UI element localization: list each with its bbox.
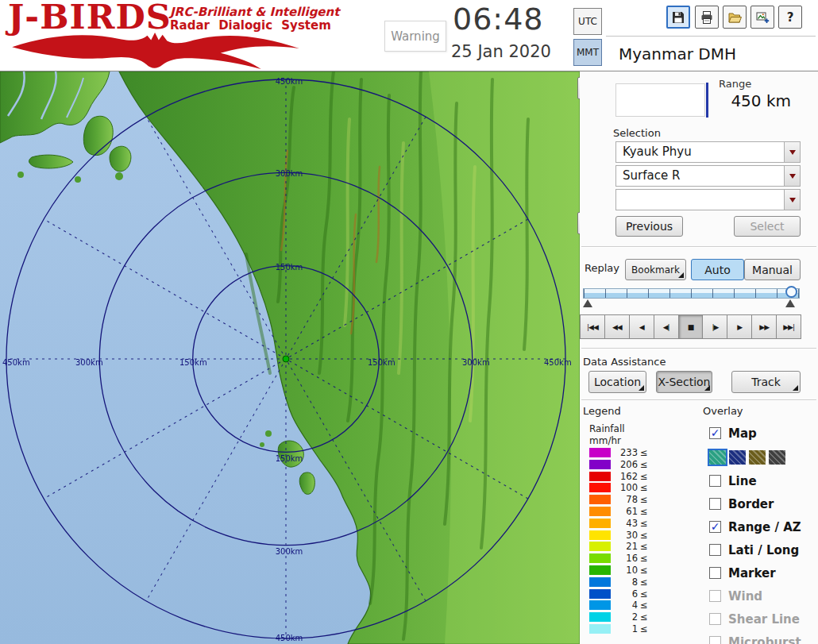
- map-style-swatch-3[interactable]: [769, 450, 785, 465]
- overlay-item-border[interactable]: Border: [709, 492, 816, 515]
- ring-label-left-0: 450km: [2, 358, 30, 367]
- legend-row: 233≤: [589, 448, 648, 457]
- legend-lte-sign: ≤: [640, 459, 648, 470]
- help-button[interactable]: ?: [778, 6, 802, 29]
- legend-value: 61: [615, 506, 638, 517]
- station-name: Myanmar DMH: [619, 44, 736, 64]
- help-icon: ?: [787, 10, 794, 25]
- checkbox[interactable]: ✓: [709, 427, 721, 439]
- ring-label-top-1: 300km: [276, 169, 303, 178]
- legend-lte-sign: ≤: [640, 611, 648, 623]
- radar-map: 450km300km150km150km300km450km450km300km…: [0, 71, 580, 644]
- bookmark-button[interactable]: Bookmark: [625, 259, 686, 280]
- chevron-down-icon: [789, 174, 796, 179]
- utc-button[interactable]: UTC: [573, 8, 602, 35]
- manual-button[interactable]: Manual: [744, 259, 801, 280]
- playback-button-6[interactable]: ▶: [727, 314, 752, 339]
- legend-color-swatch: [589, 542, 611, 551]
- ring-label-right-0: 150km: [368, 358, 395, 367]
- checkbox[interactable]: [709, 475, 721, 487]
- legend-color-swatch: [589, 483, 611, 492]
- site-dropdown[interactable]: Kyauk Phyu: [615, 141, 801, 163]
- legend-row: 10≤: [589, 565, 648, 575]
- overlay-item-marker[interactable]: Marker: [709, 561, 816, 584]
- product-dropdown[interactable]: Surface R: [615, 165, 801, 187]
- timeline-thumb[interactable]: [785, 286, 797, 298]
- auto-button[interactable]: Auto: [691, 259, 744, 280]
- legend-row: 16≤: [589, 553, 648, 563]
- playback-button-7[interactable]: ▶▶: [751, 314, 777, 339]
- overlay-checkbox-list: ✓MapLineBorder✓Range / AZLati / LongMark…: [709, 422, 816, 644]
- overlay-item-label: Microburst: [728, 635, 801, 644]
- map-viewport[interactable]: 450km300km150km150km300km450km450km300km…: [0, 71, 580, 644]
- previous-button[interactable]: Previous: [615, 216, 683, 237]
- overlay-label: Overlay: [703, 405, 743, 417]
- replay-label: Replay: [585, 262, 619, 274]
- overlay-item-map[interactable]: ✓Map: [709, 422, 816, 445]
- select-button[interactable]: Select: [734, 216, 801, 237]
- checkbox[interactable]: ✓: [709, 521, 721, 533]
- extra-dropdown[interactable]: [615, 189, 801, 210]
- legend-lte-sign: ≤: [640, 518, 648, 529]
- legend-value: 78: [615, 494, 638, 505]
- timeline-start-marker[interactable]: [583, 299, 592, 307]
- ring-label-left-2: 150km: [179, 358, 207, 367]
- legend-value: 233: [615, 447, 638, 458]
- check-icon: ✓: [711, 427, 720, 438]
- playback-button-2[interactable]: ◀: [629, 314, 654, 339]
- location-button[interactable]: Location: [588, 371, 646, 393]
- playback-button-1[interactable]: ◀◀: [604, 314, 630, 339]
- checkbox[interactable]: [709, 613, 721, 625]
- replay-timeline[interactable]: [583, 288, 800, 299]
- playback-button-4[interactable]: ■: [678, 314, 704, 339]
- overlay-item-shear-line[interactable]: Shear Line: [709, 607, 816, 631]
- print-button[interactable]: [695, 6, 719, 29]
- checkbox[interactable]: [709, 636, 721, 644]
- map-style-swatch-1[interactable]: [729, 450, 746, 465]
- legend-value: 16: [615, 553, 638, 564]
- selection-label: Selection: [613, 127, 661, 139]
- legend-color-swatch: [589, 507, 611, 516]
- checkbox[interactable]: [709, 498, 721, 510]
- site-dropdown-button[interactable]: [784, 142, 800, 162]
- warning-button[interactable]: Warning: [384, 21, 446, 52]
- timeline-end-marker[interactable]: [785, 299, 795, 307]
- overlay-item-label: Line: [728, 474, 757, 488]
- clock-time: 06:48: [453, 2, 544, 37]
- legend-row: 78≤: [589, 495, 648, 504]
- x-section-button[interactable]: X-Section: [656, 371, 712, 393]
- overlay-item-lati-long[interactable]: Lati / Long: [709, 538, 816, 561]
- legend-lte-sign: ≤: [640, 553, 648, 564]
- legend-value: 8: [615, 577, 638, 588]
- legend-row: 206≤: [589, 460, 648, 469]
- ring-label-bottom-0: 150km: [276, 454, 303, 463]
- extra-dropdown-button[interactable]: [784, 190, 800, 210]
- track-button[interactable]: Track: [731, 371, 801, 393]
- map-style-swatch-2[interactable]: [749, 450, 766, 465]
- range-label: Range: [719, 78, 751, 90]
- checkbox[interactable]: [709, 590, 721, 602]
- legend-color-swatch: [589, 624, 611, 634]
- playback-button-0[interactable]: |◀◀: [580, 314, 605, 339]
- checkbox[interactable]: [709, 544, 721, 556]
- site-dropdown-value: Kyauk Phyu: [616, 142, 800, 162]
- legend-color-swatch: [589, 519, 611, 528]
- save-button[interactable]: [666, 6, 690, 29]
- radar-site-dot: [283, 356, 289, 362]
- map-style-swatch-0[interactable]: [709, 450, 726, 465]
- overlay-item-line[interactable]: Line: [709, 469, 816, 492]
- overlay-item-wind[interactable]: Wind: [709, 584, 816, 607]
- product-dropdown-button[interactable]: [784, 166, 800, 186]
- legend-lte-sign: ≤: [640, 588, 648, 600]
- open-folder-button[interactable]: [723, 6, 747, 29]
- checkbox[interactable]: [709, 567, 721, 579]
- overlay-item-range-az[interactable]: ✓Range / AZ: [709, 515, 816, 538]
- playback-button-3[interactable]: ◀|: [654, 314, 679, 339]
- playback-button-5[interactable]: |▶: [702, 314, 727, 339]
- legend-row: 6≤: [589, 589, 648, 599]
- ring-label-top-2: 150km: [276, 263, 303, 272]
- playback-button-8[interactable]: ▶▶|: [776, 314, 801, 339]
- export-image-button[interactable]: [750, 6, 774, 29]
- overlay-item-microburst[interactable]: Microburst: [709, 631, 816, 644]
- mmt-button[interactable]: MMT: [573, 39, 602, 66]
